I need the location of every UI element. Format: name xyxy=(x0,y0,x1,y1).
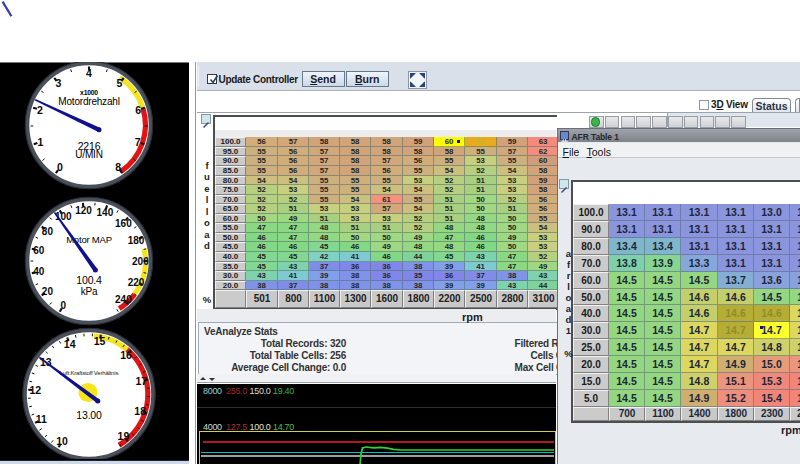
svg-text:10: 10 xyxy=(56,435,68,447)
svg-text:18: 18 xyxy=(134,405,146,417)
svg-text:6: 6 xyxy=(135,104,141,116)
svg-text:120: 120 xyxy=(75,205,92,216)
svg-text:11: 11 xyxy=(36,413,47,425)
svg-text:240: 240 xyxy=(115,294,132,305)
svg-text:Luft:Kraftstoff Verhältnis: Luft:Kraftstoff Verhältnis xyxy=(60,370,119,376)
svg-text:100.4: 100.4 xyxy=(76,274,102,286)
svg-text:14: 14 xyxy=(64,338,76,350)
svg-text:U/MIN: U/MIN xyxy=(75,149,102,160)
svg-text:0: 0 xyxy=(61,300,67,311)
svg-text:200: 200 xyxy=(132,256,149,267)
svg-text:4: 4 xyxy=(86,67,92,79)
svg-text:3: 3 xyxy=(56,77,62,89)
svg-text:220: 220 xyxy=(128,277,145,288)
svg-text:80: 80 xyxy=(42,226,54,237)
svg-text:160: 160 xyxy=(115,218,132,229)
svg-text:7: 7 xyxy=(135,136,141,148)
svg-text:17: 17 xyxy=(135,375,147,387)
svg-text:2: 2 xyxy=(37,104,43,116)
svg-text:140: 140 xyxy=(97,207,114,218)
svg-text:1: 1 xyxy=(37,136,43,148)
svg-text:x1000: x1000 xyxy=(80,89,98,96)
svg-text:Motordrehzahl: Motordrehzahl xyxy=(58,96,119,107)
svg-text:0: 0 xyxy=(57,161,63,173)
svg-text:60: 60 xyxy=(33,245,45,256)
svg-text:5: 5 xyxy=(117,77,123,89)
svg-text:kPa: kPa xyxy=(81,286,98,297)
svg-text:12: 12 xyxy=(29,384,41,396)
svg-text:40: 40 xyxy=(33,266,45,277)
svg-text:8: 8 xyxy=(115,161,121,173)
svg-text:13.00: 13.00 xyxy=(76,409,102,421)
svg-text:16: 16 xyxy=(120,349,132,361)
svg-text:20: 20 xyxy=(42,286,54,297)
svg-text:19: 19 xyxy=(118,430,130,442)
svg-text:180: 180 xyxy=(128,235,145,246)
svg-text:15: 15 xyxy=(94,335,106,347)
